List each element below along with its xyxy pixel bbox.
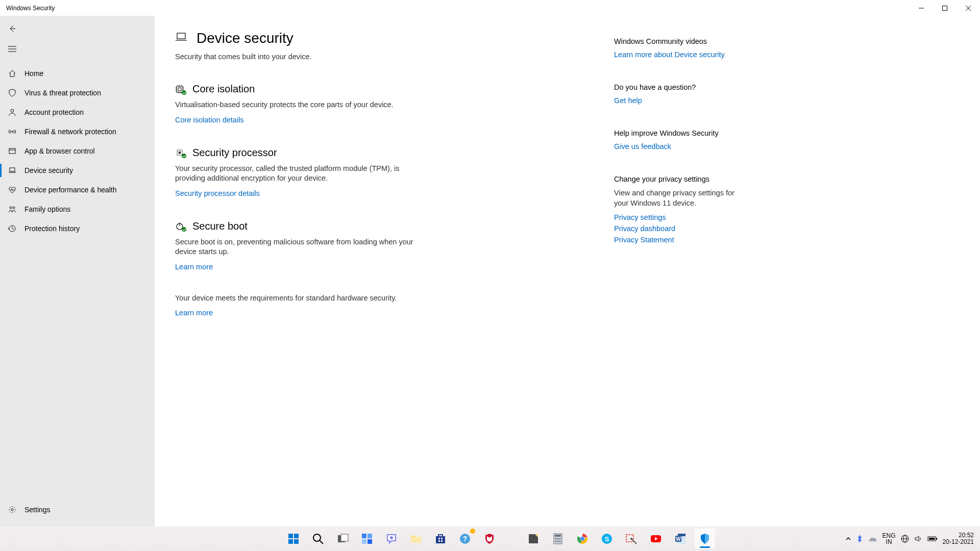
svg-point-63: [557, 538, 559, 540]
privacy-settings-link[interactable]: Privacy settings: [614, 213, 747, 221]
search-button[interactable]: [308, 529, 328, 549]
status-ok-badge-icon: [182, 90, 186, 95]
sidebar-item-protection-history[interactable]: Protection history: [0, 219, 155, 238]
svg-point-50: [390, 536, 393, 539]
privacy-dashboard-link[interactable]: Privacy dashboard: [614, 224, 747, 233]
microsoft-store-button[interactable]: [430, 529, 451, 549]
sidebar-item-label: Home: [24, 69, 43, 78]
sticky-notes-button[interactable]: [523, 529, 544, 549]
get-help-link[interactable]: Get help: [614, 96, 747, 105]
svg-rect-53: [438, 538, 440, 539]
svg-rect-52: [436, 536, 445, 543]
svg-point-64: [559, 538, 561, 540]
chrome-button[interactable]: [572, 529, 593, 549]
calculator-button[interactable]: [548, 529, 568, 549]
notification-badge-icon: [470, 529, 475, 534]
close-button[interactable]: [957, 0, 980, 16]
laptop-icon: [6, 166, 18, 174]
svg-rect-35: [179, 152, 181, 154]
svg-point-66: [557, 541, 559, 542]
sidebar-item-family[interactable]: Family options: [0, 199, 155, 219]
task-view-button[interactable]: [332, 529, 353, 549]
sidebar-item-settings[interactable]: Settings: [0, 500, 155, 519]
learn-more-device-security-link[interactable]: Learn more about Device security: [614, 51, 747, 59]
svg-point-42: [313, 534, 321, 541]
main-content-area: Device security Security that comes buil…: [155, 16, 980, 527]
section-description: Secure boot is on, preventing malicious …: [175, 237, 420, 257]
svg-rect-55: [438, 540, 440, 542]
sidebar-item-device-security[interactable]: Device security: [0, 161, 155, 180]
sidebar-item-label: App & browser control: [24, 147, 95, 155]
svg-rect-48: [362, 539, 366, 544]
file-explorer-button[interactable]: [406, 529, 426, 549]
windows-security-button[interactable]: [695, 529, 715, 549]
hamburger-button[interactable]: [2, 40, 22, 58]
sidebar-item-firewall[interactable]: Firewall & network protection: [0, 122, 155, 141]
core-isolation-details-link[interactable]: Core isolation details: [175, 116, 244, 124]
side-heading: Help improve Windows Security: [614, 129, 747, 137]
sidebar-item-device-perf[interactable]: Device performance & health: [0, 180, 155, 199]
sidebar-item-account[interactable]: Account protection: [0, 103, 155, 122]
chat-button[interactable]: [381, 529, 402, 549]
svg-text:?: ?: [463, 535, 468, 543]
section-title: Security processor: [192, 147, 277, 159]
privacy-statement-link[interactable]: Privacy Statement: [614, 236, 747, 244]
screen-sketch-button[interactable]: [621, 529, 642, 549]
onedrive-icon[interactable]: [868, 536, 877, 542]
clock[interactable]: 20:52 20-12-2021: [943, 532, 974, 545]
svg-rect-56: [441, 540, 443, 542]
get-help-button[interactable]: ?: [455, 529, 475, 549]
back-button[interactable]: [2, 20, 22, 37]
mcafee-button[interactable]: [479, 529, 500, 549]
page-subtitle: Security that comes built into your devi…: [175, 53, 594, 61]
svg-rect-61: [555, 535, 561, 537]
youtube-button[interactable]: [646, 529, 666, 549]
widgets-button[interactable]: [357, 529, 377, 549]
section-secure-boot: Secure boot Secure boot is on, preventin…: [175, 220, 420, 271]
tray-overflow-button[interactable]: [846, 536, 851, 541]
clock-date: 20-12-2021: [943, 539, 974, 545]
svg-point-71: [581, 537, 584, 540]
svg-point-17: [11, 509, 13, 511]
word-button[interactable]: W: [670, 529, 691, 549]
network-icon[interactable]: [901, 535, 909, 543]
give-feedback-link[interactable]: Give us feedback: [614, 142, 747, 151]
page-header: Device security: [175, 30, 594, 46]
window-title: Windows Security: [6, 5, 55, 12]
svg-point-14: [10, 207, 12, 209]
family-icon: [6, 205, 18, 213]
minimize-button[interactable]: [910, 0, 933, 16]
svg-point-76: [630, 538, 632, 540]
page-title: Device security: [197, 30, 293, 46]
bluetooth-icon[interactable]: [856, 535, 863, 542]
sidebar-item-virus[interactable]: Virus & threat protection: [0, 83, 155, 103]
status-ok-badge-icon: [182, 154, 186, 158]
language-indicator[interactable]: ENG IN: [883, 533, 896, 545]
svg-rect-41: [294, 539, 299, 544]
taskbar: ? S W: [0, 527, 980, 551]
svg-rect-87: [929, 538, 935, 540]
svg-text:S: S: [605, 535, 609, 543]
svg-rect-38: [288, 534, 293, 538]
sidebar-item-label: Virus & threat protection: [24, 89, 101, 97]
svg-rect-46: [362, 534, 366, 538]
skype-button[interactable]: S: [597, 529, 617, 549]
side-description: View and change privacy settings for you…: [614, 188, 747, 208]
side-group-privacy: Change your privacy settings View and ch…: [614, 175, 747, 244]
hardware-security-status: Your device meets the requirements for s…: [175, 294, 594, 317]
language-bottom: IN: [886, 539, 892, 545]
side-group-community: Windows Community videos Learn more abou…: [614, 37, 747, 59]
svg-point-67: [559, 541, 561, 542]
battery-icon[interactable]: [927, 536, 938, 542]
laptop-icon: [175, 31, 187, 45]
svg-rect-12: [10, 168, 15, 171]
secure-boot-learn-more-link[interactable]: Learn more: [175, 263, 213, 271]
start-button[interactable]: [283, 529, 304, 549]
security-processor-details-link[interactable]: Security processor details: [175, 189, 260, 197]
svg-rect-51: [411, 537, 421, 543]
maximize-button[interactable]: [933, 0, 957, 16]
sidebar-item-home[interactable]: Home: [0, 64, 155, 83]
volume-icon[interactable]: [914, 535, 922, 543]
status-learn-more-link[interactable]: Learn more: [175, 309, 213, 317]
sidebar-item-app-browser[interactable]: App & browser control: [0, 141, 155, 161]
